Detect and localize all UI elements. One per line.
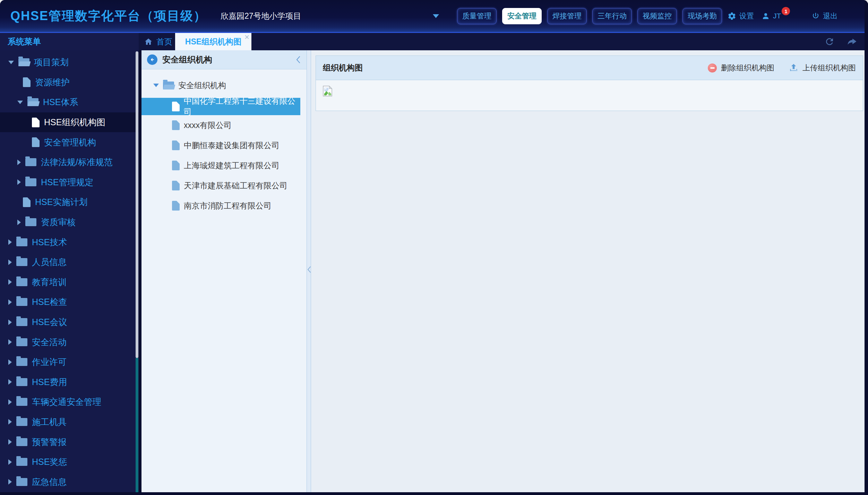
folder-icon (16, 298, 27, 306)
tab-bar: 系统菜单 首页 HSE组织机构图 × (0, 32, 868, 50)
splitter-chevron-icon[interactable] (307, 266, 311, 274)
tree-root-label: 安全组织机构 (178, 80, 226, 91)
nav-video-button[interactable]: 视频监控 (637, 8, 677, 24)
nav-quality-button[interactable]: 质量管理 (457, 8, 497, 24)
back-button[interactable] (147, 54, 157, 65)
sidebar-item-3[interactable]: HSE体系 (0, 92, 139, 112)
sidebar-item-label: 法律法规/标准规范 (41, 156, 113, 168)
sidebar-item-17[interactable]: HSE费用 (0, 372, 139, 392)
doc-icon (172, 161, 180, 170)
sidebar-item-4[interactable]: HSE组织机构图 (0, 112, 139, 133)
caret-right-icon (8, 339, 12, 345)
sidebar-item-13[interactable]: HSE检查 (0, 292, 139, 312)
delete-org-chart-button[interactable]: 删除组织机构图 (708, 63, 774, 73)
sidebar-item-18[interactable]: 车辆交通安全管理 (0, 392, 139, 412)
sidebar-item-19[interactable]: 施工机具 (0, 412, 139, 432)
gear-icon (728, 12, 736, 20)
folder-open-icon (18, 58, 29, 66)
tree-company-row[interactable]: 天津市建辰基础工程有限公司 (141, 176, 307, 196)
tab-home-label: 首页 (156, 36, 172, 47)
sidebar-item-label: HSE组织机构图 (44, 117, 105, 128)
sidebar-item-15[interactable]: 安全活动 (0, 332, 139, 352)
sidebar-item-7[interactable]: HSE管理规定 (0, 172, 139, 193)
tab-hse-org-chart[interactable]: HSE组织机构图 × (175, 33, 251, 50)
tree-company-row[interactable]: 上海珹煜建筑工程有限公司 (141, 155, 307, 176)
folder-icon (16, 258, 27, 266)
notification-badge[interactable]: 1 (782, 7, 790, 15)
sidebar-menu: 项目策划 资源维护 HSE体系 HSE组织机构图 安全管理机构 (0, 50, 140, 492)
tree-root-node[interactable]: 安全组织机构 (141, 77, 307, 94)
sidebar-scrollbar-track[interactable] (136, 358, 138, 492)
user-menu[interactable]: JT 1 (762, 12, 781, 20)
app-window: QHSE管理数字化平台（项目级） 欣嘉园27号地小学项目 质量管理 安全管理 焊… (0, 0, 868, 495)
sidebar-item-label: HSE奖惩 (32, 456, 67, 468)
folder-icon (25, 178, 36, 186)
folder-open-icon (27, 98, 38, 106)
nav-three-year-button[interactable]: 三年行动 (592, 8, 632, 24)
nav-attendance-button[interactable]: 现场考勤 (682, 8, 722, 24)
header-nav: 质量管理 安全管理 焊接管理 三年行动 视频监控 现场考勤 (457, 8, 722, 24)
forward-icon[interactable] (846, 36, 858, 47)
tree-company-row-selected[interactable]: 中国化学工程第十三建设有限公司 (141, 98, 300, 115)
sidebar-title: 系统菜单 (8, 36, 41, 47)
upload-org-chart-button[interactable]: 上传组织机构图 (789, 63, 856, 73)
sidebar-item-12[interactable]: 教育培训 (0, 272, 139, 292)
project-selector[interactable]: 欣嘉园27号地小学项目 (221, 11, 439, 22)
collapse-panel-button[interactable] (295, 56, 301, 64)
home-icon (144, 37, 153, 46)
folder-icon (16, 378, 27, 386)
sidebar-item-20[interactable]: 预警警报 (0, 432, 139, 452)
sidebar-item-label: HSE管理规定 (41, 177, 93, 188)
sidebar-item-22[interactable]: 应急信息 (0, 472, 139, 492)
folder-icon (16, 238, 27, 246)
sidebar-item-11[interactable]: 人员信息 (0, 252, 139, 272)
company-label: 中国化学工程第十三建设有限公司 (184, 96, 300, 117)
folder-icon (16, 318, 27, 326)
sidebar-item-1[interactable]: 项目策划 (0, 52, 139, 72)
sidebar-item-9[interactable]: 资质审核 (0, 212, 139, 232)
settings-button[interactable]: 设置 (728, 11, 754, 21)
nav-welding-button[interactable]: 焊接管理 (547, 8, 587, 24)
sidebar-item-label: HSE体系 (43, 96, 78, 108)
sidebar-item-label: 安全活动 (32, 336, 67, 348)
refresh-icon[interactable] (824, 36, 835, 47)
doc-icon (172, 140, 180, 150)
tree-company-row[interactable]: 南京市消防工程有限公司 (141, 196, 307, 216)
sidebar-item-8[interactable]: HSE实施计划 (0, 192, 139, 212)
caret-right-icon (8, 359, 12, 365)
sidebar-item-14[interactable]: HSE会议 (0, 312, 139, 332)
broken-image-icon[interactable] (323, 86, 332, 98)
sidebar-item-16[interactable]: 作业许可 (0, 352, 139, 372)
sidebar-item-10[interactable]: HSE技术 (0, 232, 139, 252)
tree-company-row[interactable]: 中鹏恒泰建设集团有限公司 (141, 135, 307, 155)
sidebar-item-label: HSE实施计划 (35, 196, 87, 208)
nav-safety-button[interactable]: 安全管理 (502, 8, 542, 24)
company-tree: 安全组织机构 中国化学工程第十三建设有限公司 xxxx有限公司 中鹏恒泰建设集团… (141, 77, 307, 216)
panel-splitter[interactable] (307, 50, 311, 492)
sidebar-scrollbar-thumb[interactable] (136, 51, 138, 358)
company-label: 天津市建辰基础工程有限公司 (184, 180, 287, 191)
caret-right-icon (8, 439, 12, 445)
doc-icon (172, 102, 180, 111)
sidebar-item-label: 应急信息 (32, 476, 67, 488)
sidebar-item-5[interactable]: 安全管理机构 (0, 132, 139, 152)
sidebar-item-2[interactable]: 资源维护 (0, 72, 139, 93)
close-icon[interactable]: × (244, 32, 249, 42)
caret-right-icon (8, 479, 12, 485)
sidebar-item-label: 预警警报 (32, 436, 67, 448)
sidebar-item-21[interactable]: HSE奖惩 (0, 452, 139, 472)
caret-down-icon (153, 84, 159, 87)
tab-active-label: HSE组织机构图 (185, 36, 241, 47)
sidebar-item-6[interactable]: 法律法规/标准规范 (0, 152, 139, 172)
tab-home[interactable]: 首页 (144, 33, 172, 50)
folder-icon (16, 418, 27, 426)
sidebar-item-label: 项目策划 (34, 57, 69, 68)
caret-down-icon (17, 101, 23, 104)
caret-right-icon (17, 160, 21, 165)
folder-icon (16, 458, 27, 466)
tree-company-row[interactable]: xxxx有限公司 (141, 115, 307, 135)
sidebar-item-label: 教育培训 (32, 276, 67, 288)
upload-icon (789, 63, 798, 72)
company-label: xxxx有限公司 (184, 120, 232, 131)
logout-button[interactable]: 退出 (811, 11, 837, 21)
